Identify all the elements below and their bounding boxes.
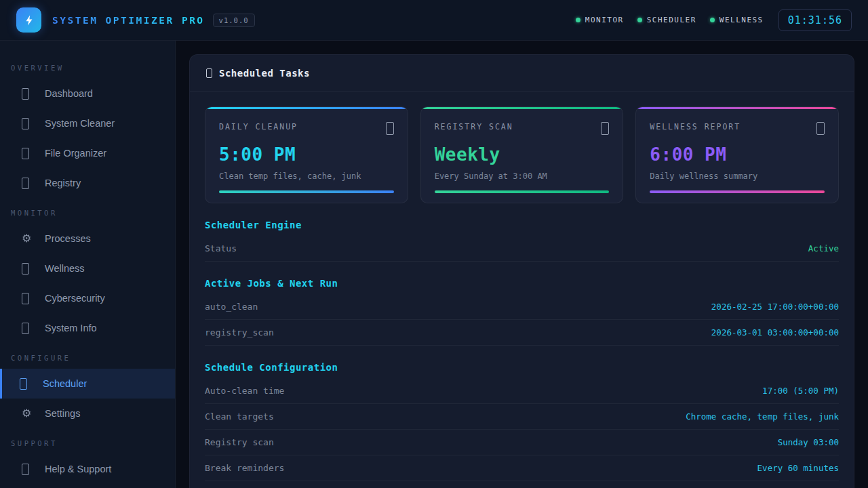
sidebar-item-settings[interactable]: ⚙ Settings [0,399,175,428]
row-auto-clean-time: Auto-clean time 17:00 (5:00 PM) [205,378,839,404]
section-title-schedule-configuration: Schedule Configuration [205,362,839,373]
status-wellness-label: WELLNESS [719,16,764,24]
task-description: Daily wellness summary [650,171,825,181]
app-title: SYSTEM OPTIMIZER PRO [52,15,205,26]
report-icon[interactable] [816,122,825,138]
section-title-scheduler-engine: Scheduler Engine [205,220,839,230]
task-card-daily-cleanup: DAILY CLEANUP 5:00 PM Clean temp files, … [205,106,408,203]
config-value: Chrome cache, temp files, junk [686,411,839,422]
scheduler-icon [20,378,36,390]
clock: 01:31:56 [778,9,852,31]
dashboard-icon [22,88,38,100]
panel-header: Scheduled Tasks [190,55,854,92]
status-wellness: WELLNESS [710,16,764,24]
status-scheduler-label: SCHEDULER [647,16,696,24]
sidebar-item-system-info[interactable]: System Info [0,313,175,343]
cleaner-icon [22,118,38,129]
status-scheduler: SCHEDULER [637,16,696,24]
status-indicators: MONITOR SCHEDULER WELLNESS [576,16,764,24]
shield-icon [22,293,38,304]
main-content: Scheduled Tasks DAILY CLEANUP 5:00 PM Cl… [176,41,868,488]
accent-bar [219,190,394,193]
sidebar-item-processes[interactable]: ⚙ Processes [0,224,175,253]
accent-bar [435,190,610,193]
accent-bar [650,190,825,193]
row-clean-targets: Clean targets Chrome cache, temp files, … [205,404,839,430]
sidebar-section-overview: OVERVIEW [0,57,175,79]
config-value: Every 60 minutes [757,463,839,473]
task-card-wellness-report: WELLNESS REPORT 6:00 PM Daily wellness s… [635,106,839,203]
sidebar-section-configure: CONFIGURE [0,347,175,369]
green-dot-icon [576,18,580,22]
calendar-icon [206,68,212,78]
sidebar-item-dashboard[interactable]: Dashboard [0,79,175,108]
version-badge: v1.0.0 [213,14,255,27]
row-registry-scan-config: Registry scan Sunday 03:00 [205,430,839,455]
row-registry-scan-job: registry_scan 2026-03-01 03:00:00+00:00 [205,320,839,346]
status-value: Active [808,243,839,253]
status-monitor: MONITOR [576,16,624,24]
sidebar-section-support: SUPPORT [0,432,175,454]
page-title: Scheduled Tasks [219,68,310,79]
section-title-active-jobs: Active Jobs & Next Run [205,278,839,289]
task-name: WELLNESS REPORT [650,122,741,131]
sidebar-item-cybersecurity[interactable]: Cybersecurity [0,283,175,313]
task-name: REGISTRY SCAN [435,122,513,131]
gear-icon: ⚙ [22,233,38,244]
config-value: Sunday 03:00 [778,437,839,447]
status-monitor-label: MONITOR [585,16,624,24]
sidebar-item-help-support[interactable]: Help & Support [0,454,175,484]
registry-icon [22,178,38,189]
sidebar-item-scheduler[interactable]: Scheduler [0,369,175,399]
config-value: 17:00 (5:00 PM) [762,386,839,396]
sidebar-item-system-cleaner[interactable]: System Cleaner [0,108,175,138]
task-card-registry-scan: REGISTRY SCAN Weekly Every Sunday at 3:0… [420,106,624,203]
sidebar-item-registry[interactable]: Registry [0,168,175,198]
sidebar-item-wellness[interactable]: Wellness [0,253,175,283]
app-logo [16,7,41,33]
row-break-reminders: Break reminders Every 60 minutes [205,455,839,481]
sidebar-section-monitor: MONITOR [0,202,175,224]
wellness-icon [22,263,38,274]
row-auto-clean: auto_clean 2026-02-25 17:00:00+00:00 [205,294,839,320]
help-icon [22,464,38,475]
next-run-value: 2026-03-01 03:00:00+00:00 [711,327,839,338]
task-time: 6:00 PM [650,144,825,165]
broom-icon[interactable] [386,122,394,138]
task-name: DAILY CLEANUP [219,122,298,131]
green-dot-icon [710,18,715,22]
gear-icon: ⚙ [22,408,38,419]
task-time: 5:00 PM [219,144,394,165]
info-icon [22,323,38,334]
task-description: Clean temp files, cache, junk [219,171,394,181]
task-cards-row: DAILY CLEANUP 5:00 PM Clean temp files, … [205,106,839,203]
task-description: Every Sunday at 3:00 AM [435,171,610,181]
scan-icon[interactable] [601,122,609,138]
sidebar: OVERVIEW Dashboard System Cleaner File O… [0,41,176,488]
sidebar-item-file-organizer[interactable]: File Organizer [0,138,175,168]
header: SYSTEM OPTIMIZER PRO v1.0.0 MONITOR SCHE… [0,0,868,41]
task-time: Weekly [435,144,610,165]
next-run-value: 2026-02-25 17:00:00+00:00 [711,302,839,312]
green-dot-icon [637,18,642,22]
lightning-bolt-icon [23,14,35,26]
row-status: Status Active [205,236,839,262]
folder-icon [22,148,38,159]
scheduled-tasks-panel: Scheduled Tasks DAILY CLEANUP 5:00 PM Cl… [189,54,854,488]
